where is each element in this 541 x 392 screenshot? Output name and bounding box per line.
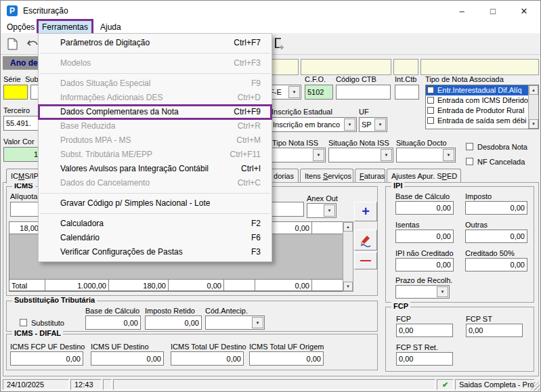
grid-scrollbar[interactable]: ▲ ▼ <box>343 221 353 292</box>
ipi-base-field[interactable]: 0,00 <box>395 201 454 215</box>
cfo-field[interactable]: 5102 <box>305 85 333 100</box>
menu-item-base-reduzida[interactable]: Base ReduzidaCtrl+R <box>39 119 272 133</box>
menubar-ajuda[interactable]: Ajuda <box>97 21 125 33</box>
grid-total-row: Total 1.000,00 180,00 0,00 0,00 <box>9 279 343 291</box>
chevron-down-icon[interactable]: ▼ <box>288 86 300 98</box>
situacao-docto-combo[interactable]: ▼ <box>396 148 456 162</box>
menu-item-parametros[interactable]: Parâmetros de DigitaçãoCtrl+F7 <box>39 36 272 50</box>
ipi-isentas-field[interactable]: 0,00 <box>395 230 454 243</box>
nf-cancelada-checkbox[interactable] <box>466 158 473 165</box>
menu-item-dados-cancelamento[interactable]: Dados do CancelamentoCtrl+C <box>39 176 272 190</box>
tipo-iss-combo[interactable]: ▼ <box>270 148 326 162</box>
codigo-ctb-field[interactable] <box>336 85 391 100</box>
menu-item-verificar-config[interactable]: Verificar Configurações de PastasF3 <box>39 245 272 259</box>
add-row-button[interactable]: + <box>354 202 377 221</box>
resize-grip[interactable] <box>531 382 540 391</box>
ipi-outras-field[interactable]: 0,00 <box>465 230 527 243</box>
difal-total-orig-field[interactable]: 0,00 <box>249 351 324 366</box>
list-item[interactable]: Entrada com ICMS Diferido <box>426 95 538 106</box>
minus-icon: — <box>360 255 371 267</box>
menu-item-label: Verificar Configurações de Pastas <box>60 245 251 259</box>
app-logo-icon: P <box>7 5 18 16</box>
chevron-down-icon[interactable]: ▼ <box>252 317 263 328</box>
st-base-field[interactable]: 0,00 <box>85 315 141 330</box>
inscricao-combo[interactable]: Inscrição em branco▼ <box>270 117 357 132</box>
list-item[interactable]: Entrada de saída sem débi <box>426 116 538 126</box>
ipi-legend: IPI <box>391 181 404 190</box>
tipo-nota-listbox[interactable]: Entr.Interestadual Dif.Alíq Entrada com … <box>425 85 539 129</box>
chevron-down-icon[interactable]: ▼ <box>437 286 448 297</box>
int-ctb-field[interactable] <box>395 85 419 100</box>
new-document-icon[interactable] <box>6 37 20 51</box>
situacao-iss-combo[interactable]: ▼ <box>328 148 393 162</box>
grid-cell[interactable] <box>312 222 343 234</box>
menubar-opcoes[interactable]: Opções <box>3 21 38 33</box>
chevron-down-icon[interactable]: ▼ <box>324 204 335 217</box>
serie-field[interactable] <box>3 85 28 100</box>
list-item[interactable]: Entr.Interestadual Dif.Alíq <box>426 85 538 95</box>
menu-item-modelos[interactable]: ModelosCtrl+F3 <box>39 56 272 70</box>
top-field-4[interactable] <box>420 59 539 75</box>
desdobra-checkbox[interactable] <box>466 143 473 150</box>
fcp-st-field[interactable]: 0,00 <box>466 324 523 337</box>
difal-legend: ICMS - DIFAL <box>12 329 63 337</box>
exit-icon[interactable] <box>273 37 286 51</box>
substituto-checkbox[interactable] <box>20 319 27 326</box>
tab-itens-servicos[interactable]: Itens Serviços <box>300 169 353 182</box>
menu-item-informacoes-des[interactable]: Informações Adicionais DESCtrl+D <box>39 91 272 105</box>
tab-faturas[interactable]: Faturas <box>355 169 385 182</box>
ipi-prazo-combo[interactable]: ▼ <box>395 285 450 299</box>
scroll-down-icon[interactable]: ▼ <box>529 119 538 129</box>
menu-item-calculadora[interactable]: CalculadoraF2 <box>39 217 272 231</box>
chevron-down-icon[interactable]: ▼ <box>374 118 386 131</box>
menu-item-calendario[interactable]: CalendárioF6 <box>39 231 272 245</box>
st-antecip-combo[interactable]: ▼ <box>205 315 265 330</box>
checkbox[interactable] <box>427 97 434 104</box>
chevron-down-icon[interactable]: ▼ <box>381 149 392 161</box>
fcp-st-ret-field[interactable]: 0,00 <box>396 352 453 366</box>
list-item[interactable]: Entrada de Produtor Rural <box>426 106 538 116</box>
menu-item-gravar-codigo[interactable]: Gravar Código p/ Simples Nacional - Lote <box>39 196 272 211</box>
app-window: P Escrituração – □ ✕ Opções Ferramentas … <box>0 0 541 392</box>
difal-uf-dest-field[interactable]: 0,00 <box>91 351 164 366</box>
chevron-down-icon[interactable]: ▼ <box>313 149 324 161</box>
st-retido-field[interactable]: 0,00 <box>145 315 202 330</box>
tab-label: erviços <box>328 172 351 180</box>
checkbox[interactable] <box>427 107 434 114</box>
icms-extra-field[interactable] <box>269 202 304 217</box>
menu-item-produtos-mpa[interactable]: Produtos MPA - MSCtrl+M <box>39 133 272 148</box>
fcp-st-label: FCP ST <box>466 315 492 323</box>
window-title: Escrituração <box>23 6 68 16</box>
minimize-button[interactable]: – <box>446 1 477 21</box>
scroll-down-icon[interactable]: ▼ <box>343 282 353 291</box>
checkbox[interactable] <box>427 117 434 124</box>
chevron-down-icon[interactable]: ▼ <box>344 118 355 131</box>
ipi-nao-creditado-field[interactable]: 0,00 <box>395 258 454 271</box>
top-field-1[interactable] <box>272 59 299 75</box>
menu-item-label: Gravar Código p/ Simples Nacional - Lote <box>60 196 261 211</box>
menu-item-dados-complementares[interactable]: Dados Complementares da NotaCtrl+F9 <box>39 105 272 119</box>
chevron-down-icon[interactable]: ▼ <box>443 149 454 161</box>
top-field-2[interactable] <box>301 59 391 75</box>
anex-out-combo[interactable]: ▼ <box>307 203 337 218</box>
menubar-ferramentas[interactable]: Ferramentas <box>39 21 91 33</box>
listbox-scrollbar[interactable]: ▲ ▼ <box>528 85 538 129</box>
maximize-button[interactable]: □ <box>477 1 508 21</box>
fcp-field[interactable]: 0,00 <box>396 324 453 337</box>
ipi-creditado50-field[interactable]: 0,00 <box>465 258 527 271</box>
difal-total-dest-field[interactable]: 0,00 <box>171 351 244 366</box>
top-field-3[interactable] <box>393 59 418 75</box>
menu-item-subst-tributaria[interactable]: Subst. Tributária ME/EPPCtrl+F11 <box>39 148 272 162</box>
scroll-up-icon[interactable]: ▲ <box>529 85 538 95</box>
checkbox[interactable] <box>427 87 434 93</box>
close-button[interactable]: ✕ <box>508 1 540 21</box>
menu-item-dados-situacao[interactable]: Dados Situação EspecialF9 <box>39 77 272 91</box>
edit-row-button[interactable] <box>354 230 377 251</box>
tab-ajustes-sped[interactable]: Ajustes Apur. SPED <box>387 169 461 182</box>
uf-combo[interactable]: SP▼ <box>359 117 387 132</box>
ipi-imposto-field[interactable]: 0,00 <box>465 201 527 215</box>
difal-fcp-dest-field[interactable]: 0,00 <box>10 351 83 366</box>
menu-item-valores-avulsos[interactable]: Valores Avulsos para Integração Contábil… <box>39 162 272 176</box>
scroll-up-icon[interactable]: ▲ <box>343 222 353 232</box>
delete-row-button[interactable]: — <box>354 252 377 269</box>
